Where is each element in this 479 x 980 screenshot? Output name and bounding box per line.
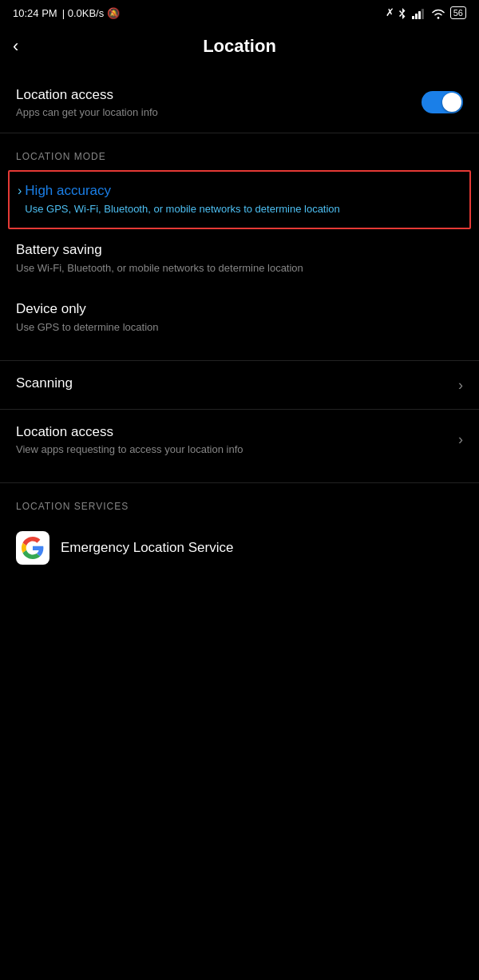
device-only-subtitle: Use GPS to determine location xyxy=(16,320,158,335)
mode-item-device-only[interactable]: Device only Use GPS to determine locatio… xyxy=(0,288,479,347)
google-g-icon xyxy=(22,537,44,559)
device-only-text: Device only Use GPS to determine locatio… xyxy=(16,301,158,335)
location-mode-section-label: LOCATION MODE xyxy=(0,133,479,170)
battery-icon: 56 xyxy=(450,6,466,19)
svg-rect-3 xyxy=(422,9,424,19)
high-accuracy-chevron-icon: › xyxy=(18,184,22,198)
location-access-apps-title: Location access xyxy=(16,424,243,440)
location-access-text: Location access Apps can get your locati… xyxy=(16,87,158,118)
location-access-apps-text: Location access View apps requesting to … xyxy=(16,424,243,455)
time: 10:24 PM xyxy=(13,7,57,19)
battery-saving-text: Battery saving Use Wi-Fi, Bluetooth, or … xyxy=(16,242,303,276)
location-access-row: Location access Apps can get your locati… xyxy=(0,73,479,133)
back-button[interactable]: ‹ xyxy=(13,33,25,60)
high-accuracy-title: High accuracy xyxy=(25,183,340,199)
location-access-apps-subtitle: View apps requesting to access your loca… xyxy=(16,443,243,455)
scanning-chevron-icon: › xyxy=(458,377,463,394)
header: ‹ Location xyxy=(0,23,479,73)
location-services-section-label: LOCATION SERVICES xyxy=(0,483,479,520)
network-speed: | 0.0KB/s 🔕 xyxy=(62,7,120,19)
scanning-title: Scanning xyxy=(16,375,73,391)
wifi-icon xyxy=(431,7,445,20)
battery-saving-subtitle: Use Wi-Fi, Bluetooth, or mobile networks… xyxy=(16,261,303,276)
scanning-nav-item[interactable]: Scanning › xyxy=(0,361,479,409)
signal-icon xyxy=(412,7,426,20)
location-access-toggle[interactable] xyxy=(422,91,463,113)
device-only-title: Device only xyxy=(16,301,158,317)
mode-item-battery-saving[interactable]: Battery saving Use Wi-Fi, Bluetooth, or … xyxy=(0,229,479,288)
page-title: Location xyxy=(203,36,276,57)
location-access-subtitle: Apps can get your location info xyxy=(16,106,158,118)
bluetooth-icon: ✗ xyxy=(386,6,407,20)
toggle-knob xyxy=(442,93,461,112)
scanning-text: Scanning xyxy=(16,375,73,395)
google-service-icon xyxy=(16,531,49,565)
mode-item-high-accuracy[interactable]: › High accuracy Use GPS, Wi-Fi, Bluetoot… xyxy=(8,170,471,229)
svg-rect-1 xyxy=(415,14,418,19)
status-right: ✗ 56 xyxy=(386,6,466,20)
emergency-location-service-item[interactable]: Emergency Location Service xyxy=(0,520,479,576)
battery-saving-title: Battery saving xyxy=(16,242,303,258)
location-access-apps-chevron-icon: › xyxy=(458,431,463,448)
svg-rect-2 xyxy=(418,11,421,19)
location-access-apps-nav-item[interactable]: Location access View apps requesting to … xyxy=(0,410,479,470)
high-accuracy-subtitle: Use GPS, Wi-Fi, Bluetooth, or mobile net… xyxy=(25,202,340,216)
status-bar: 10:24 PM | 0.0KB/s 🔕 ✗ xyxy=(0,0,479,23)
svg-rect-0 xyxy=(412,16,414,19)
emergency-location-service-title: Emergency Location Service xyxy=(61,540,233,556)
location-access-title: Location access xyxy=(16,87,158,103)
status-left: 10:24 PM | 0.0KB/s 🔕 xyxy=(13,7,120,19)
high-accuracy-text: High accuracy Use GPS, Wi-Fi, Bluetooth,… xyxy=(25,183,340,216)
